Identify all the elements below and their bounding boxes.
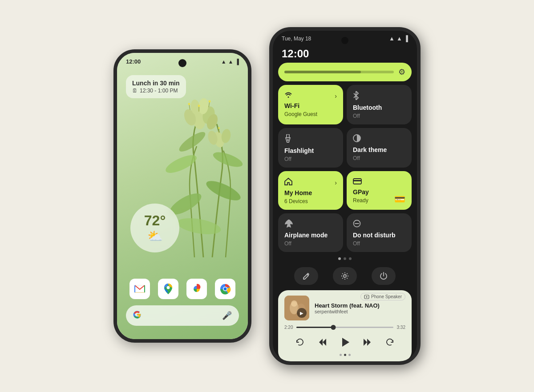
time-current: 2:20 — [284, 325, 293, 330]
svg-marker-42 — [319, 339, 323, 346]
wifi-chevron: › — [335, 92, 337, 100]
svg-marker-44 — [342, 338, 349, 347]
darktheme-tile[interactable]: Dark theme Off — [347, 128, 412, 168]
play-overlay-icon: ▶ — [297, 308, 307, 318]
svg-point-29 — [287, 139, 289, 141]
media-page-dots — [284, 354, 405, 356]
airplane-tile-sub: Off — [284, 240, 337, 247]
date-display: Tue, May 18 — [282, 36, 311, 42]
status-icons-left: ▲ ▲ ▐ — [221, 59, 239, 65]
wifi-tile-name: Wi-Fi — [284, 102, 337, 109]
wifi-icon: ▲ — [228, 59, 234, 65]
airplane-tile[interactable]: Airplane mode Off — [278, 213, 343, 252]
wifi-tile[interactable]: › Wi-Fi Google Guest — [278, 85, 343, 124]
next-button[interactable] — [359, 334, 375, 350]
svg-point-15 — [188, 103, 190, 105]
svg-marker-46 — [367, 339, 371, 346]
svg-point-2 — [163, 152, 199, 176]
status-bar-right: Tue, May 18 ▲ ▲ ▐ — [282, 35, 408, 42]
maps-icon[interactable] — [158, 279, 178, 299]
media-dot-3 — [348, 354, 351, 356]
media-dot-1 — [340, 354, 342, 356]
play-button[interactable] — [337, 334, 353, 350]
notification-card: Lunch in 30 min 🗓 12:30 - 1:00 PM — [126, 75, 186, 98]
battery-icon: ▐ — [235, 59, 239, 65]
page-dots — [278, 256, 412, 262]
qs-tiles-grid: › Wi-Fi Google Guest Bluetooth Off — [278, 85, 412, 252]
svg-point-22 — [177, 129, 208, 155]
svg-point-27 — [224, 288, 227, 291]
quick-settings-panel: ⚙ › Wi-Fi Google Guest — [278, 63, 412, 361]
edit-button[interactable] — [294, 267, 318, 285]
myhome-tile-name: My Home — [284, 189, 337, 196]
media-player: ▶ Heart Storm (feat. NAO) serpentwithfee… — [278, 290, 412, 361]
flashlight-tile-sub: Off — [284, 156, 337, 162]
status-icons-right: ▲ ▲ ▐ — [389, 35, 408, 42]
dot-1 — [338, 257, 341, 260]
brightness-track — [284, 71, 394, 73]
svg-rect-28 — [287, 134, 289, 138]
media-controls — [284, 334, 405, 350]
svg-point-11 — [198, 105, 200, 107]
signal-icon: ▲ — [221, 59, 227, 65]
gpay-tile-icon — [353, 177, 362, 187]
darktheme-tile-icon — [353, 134, 361, 144]
progress-fill — [296, 327, 333, 328]
svg-point-1 — [204, 177, 243, 204]
svg-marker-45 — [364, 339, 367, 346]
gpay-tile[interactable]: 💳 GPay Ready — [347, 171, 412, 210]
album-art: ▶ — [284, 296, 309, 320]
forward-button[interactable] — [382, 334, 398, 350]
prev-button[interactable] — [315, 334, 331, 350]
flashlight-tile-name: Flashlight — [284, 147, 337, 154]
progress-row: 2:20 3:32 — [284, 325, 405, 330]
darktheme-tile-name: Dark theme — [353, 146, 405, 153]
media-top-row: ▶ Heart Storm (feat. NAO) serpentwithfee… — [284, 296, 405, 320]
gmail-icon[interactable] — [129, 279, 150, 299]
svg-point-20 — [218, 127, 220, 129]
google-logo — [133, 311, 141, 321]
svg-point-13 — [209, 100, 211, 103]
replay-button[interactable] — [292, 334, 308, 350]
progress-track[interactable] — [296, 327, 393, 328]
svg-point-39 — [291, 300, 297, 307]
svg-point-41 — [366, 296, 368, 297]
speaker-badge: Phone Speaker — [360, 293, 405, 300]
myhome-tile-sub: 6 Devices — [284, 198, 337, 204]
calendar-icon: 🗓 — [132, 88, 138, 94]
brightness-icon: ⚙ — [398, 67, 405, 77]
bluetooth-tile-name: Bluetooth — [353, 104, 405, 111]
dot-2 — [344, 257, 346, 260]
svg-rect-32 — [353, 180, 361, 181]
photos-icon[interactable] — [186, 279, 207, 299]
media-info: Heart Storm (feat. NAO) serpentwithfeet — [315, 302, 405, 314]
time-total: 3:32 — [397, 325, 405, 330]
airplane-tile-icon — [284, 220, 293, 230]
bluetooth-tile[interactable]: Bluetooth Off — [347, 85, 412, 124]
bluetooth-tile-sub: Off — [353, 113, 405, 119]
bluetooth-tile-icon — [353, 91, 359, 102]
signal-status-icon: ▲ — [396, 35, 402, 42]
search-bar[interactable]: 🎤 — [126, 305, 239, 326]
myhome-tile[interactable]: › My Home 6 Devices — [278, 171, 343, 210]
chrome-icon[interactable] — [215, 279, 235, 299]
dot-3 — [349, 257, 352, 260]
darktheme-tile-sub: Off — [353, 155, 405, 161]
dock-icons — [129, 279, 235, 299]
dnd-tile[interactable]: Do not disturb Off — [347, 213, 412, 252]
temperature: 72° — [144, 212, 166, 229]
mic-icon[interactable]: 🎤 — [222, 311, 232, 320]
wifi-tile-icon — [284, 91, 292, 100]
brightness-slider[interactable]: ⚙ — [278, 63, 412, 81]
right-phone: Tue, May 18 ▲ ▲ ▐ 12:00 ⚙ — [269, 27, 421, 365]
svg-point-35 — [344, 275, 346, 277]
svg-line-14 — [189, 104, 190, 110]
battery-status-icon: ▐ — [404, 35, 408, 42]
power-button[interactable] — [372, 267, 396, 285]
wifi-tile-sub: Google Guest — [284, 111, 337, 117]
airplane-tile-name: Airplane mode — [284, 232, 337, 239]
settings-button[interactable] — [333, 267, 357, 285]
left-phone: 12:00 ▲ ▲ ▐ Lunch in 30 min 🗓 12:30 - 1:… — [113, 49, 251, 343]
weather-icon: ⛅ — [147, 229, 163, 244]
flashlight-tile[interactable]: Flashlight Off — [278, 128, 343, 168]
